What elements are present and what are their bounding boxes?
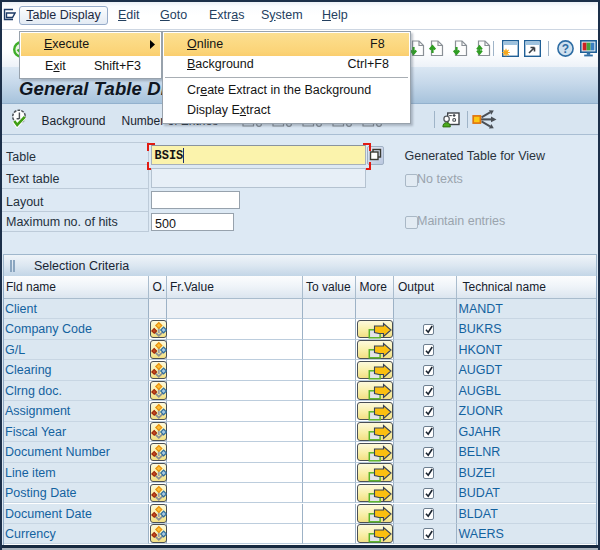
svg-text:?: ? [562,42,569,56]
